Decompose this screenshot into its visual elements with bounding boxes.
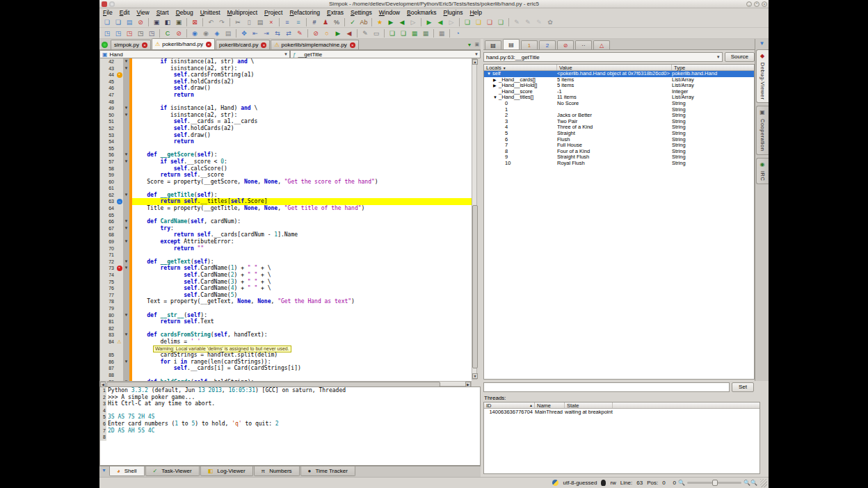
expand-closed-icon[interactable]: ▶ (493, 77, 499, 83)
menu-extras[interactable]: Extras (323, 9, 347, 16)
code-text[interactable]: self.draw() (132, 85, 472, 92)
menu-unittest[interactable]: Unittest (197, 9, 224, 16)
view-profile-4-icon[interactable]: ◳ (136, 29, 146, 38)
fold-open-icon[interactable]: ▼ (123, 238, 129, 245)
zoom-slider-thumb[interactable] (712, 480, 718, 486)
copy-icon[interactable]: ▯ (244, 17, 255, 27)
spell-check-icon[interactable]: Ab (359, 17, 369, 27)
fold-open-icon[interactable]: ▼ (123, 192, 129, 199)
export-3-icon[interactable]: ❏ (485, 17, 495, 27)
debug-project-icon[interactable]: ▤ (223, 29, 234, 38)
code-text[interactable]: delims = ' ' (132, 339, 472, 345)
editor-line-74[interactable]: 74 self.CardName(2) + " " + \ (100, 272, 472, 279)
threads-table-header[interactable]: ID ▲NameState (484, 402, 760, 409)
code-text[interactable]: self.calcScore() (132, 165, 472, 172)
maximize-button[interactable]: ^ (754, 1, 760, 7)
code-text[interactable]: self.CardName(3) + " " + \ (132, 279, 472, 286)
code-text[interactable]: return self.__titles[self.Score] (132, 198, 472, 205)
code-text[interactable]: Score = property(__getScore, None, None,… (132, 179, 472, 186)
code-text[interactable] (132, 325, 472, 332)
export-2-icon[interactable]: ❏ (474, 17, 484, 27)
editor-line-49[interactable]: 49▼ if isinstance(a1, Hand) and \ (100, 105, 472, 112)
editor-line-73[interactable]: 73*▼ return self.CardName(1) + " " + \ (100, 265, 472, 272)
move-instruction-icon[interactable]: ✥ (239, 29, 250, 38)
exceptions-tab[interactable]: △ (593, 40, 610, 49)
fold-open-icon[interactable]: ▼ (123, 105, 129, 112)
delete-icon[interactable]: × (266, 17, 277, 27)
locals-row-4[interactable]: 4Three of a KindString (484, 124, 754, 131)
code-text[interactable] (132, 145, 472, 152)
locals-row-9[interactable]: 9Straight FlushString (484, 154, 754, 161)
menu-plugins[interactable]: Plugins (440, 9, 467, 16)
code-text[interactable]: def __getText(self): (132, 259, 472, 266)
variables-filter-input[interactable] (483, 382, 730, 392)
save-as-icon[interactable]: ◧ (163, 17, 173, 27)
tab-close-icon[interactable]: × (142, 42, 147, 48)
editor-line-63[interactable]: 63→ return self.__titles[self.Score] (100, 198, 472, 205)
code-text[interactable]: self.holdCards(a2) (132, 79, 472, 86)
editor-line-55[interactable]: 55 (100, 145, 472, 152)
syntax-check-icon[interactable]: ✓ (348, 17, 358, 27)
goto-last-edit-icon[interactable]: ♟ (321, 17, 331, 27)
call-stack-tab[interactable]: 1 (521, 40, 538, 49)
code-text[interactable]: if isinstance(a1, str) and \ (132, 58, 472, 65)
editor-line-85[interactable]: 85 cardStrings = handText.split(delim) (100, 352, 472, 359)
code-text[interactable]: def CardName(self, cardNum): (132, 218, 472, 225)
new-file-icon[interactable]: ❏ (102, 17, 113, 27)
thread-row[interactable]: 140063636776704MainThreadwaiting at brea… (484, 409, 760, 415)
code-text[interactable]: return (132, 138, 472, 145)
debug-script-icon[interactable]: ◈ (212, 29, 223, 38)
fold-open-icon[interactable]: ▼ (123, 259, 129, 266)
filter-icon[interactable]: ▼ (102, 468, 106, 473)
zoom-in-icon[interactable]: 🔍 (744, 480, 750, 486)
editor-line-54[interactable]: 54 return (100, 138, 472, 145)
preferences-icon[interactable]: ✿ (545, 17, 556, 27)
shell-line-8[interactable]: 8 (100, 434, 480, 441)
editor-line-84[interactable]: 84⚠ delims = ' ' (100, 339, 472, 345)
view-profile-5-icon[interactable]: ◳ (147, 29, 157, 38)
code-text[interactable] (132, 185, 472, 192)
step-back-icon[interactable]: ◀ (344, 29, 355, 38)
editor-line-69[interactable]: 69▼ except AttributeError: (100, 238, 472, 245)
code-editor[interactable]: 42▼ if isinstance(a1, str) and \43▼ isin… (99, 58, 472, 381)
code-text[interactable] (132, 99, 472, 106)
shell-line-2[interactable]: 2>>> A simple poker game... (100, 394, 480, 401)
code-text[interactable] (132, 305, 472, 312)
debugger-3-icon[interactable]: ▦ (410, 29, 420, 38)
method-combo[interactable]: ƒ __getTitle ▼ (290, 50, 481, 58)
open-file-icon[interactable]: ❏ (113, 17, 124, 27)
editor-line-76[interactable]: 76 self.CardName(4) + " " + \ (100, 285, 472, 292)
editor-line-72[interactable]: 72▼ def __getText(self): (100, 259, 472, 266)
view-profile-2-icon[interactable]: ◳ (113, 29, 124, 38)
column-state[interactable]: State (565, 402, 613, 408)
edit-breakpoint-icon[interactable]: ✎ (295, 29, 305, 38)
export-4-icon[interactable]: ❏ (496, 17, 506, 27)
editor-line-60[interactable]: 60 Score = property(__getScore, None, No… (100, 179, 472, 186)
menu-bookmarks[interactable]: Bookmarks (403, 9, 440, 16)
editor-tab-pokerlib-card-py[interactable]: pokerlib/card.py× (216, 40, 270, 49)
menu-multiproject[interactable]: Multiproject (224, 9, 261, 16)
tab-list-dropdown-icon[interactable]: ▼ (467, 42, 472, 47)
refresh-icon[interactable]: C (163, 29, 173, 38)
editor-hscrollbar[interactable]: ◀ ▶ (99, 381, 472, 387)
locals-row-0[interactable]: 0No ScoreString (484, 101, 754, 107)
shell-line-7[interactable]: 72D AS AH 5S 4C (100, 428, 480, 434)
locals-row-self[interactable]: ▼self<pokerlib.hand.Hand object at 0x7f6… (484, 71, 754, 77)
save-all-icon[interactable]: ▣ (174, 17, 184, 27)
fold-open-icon[interactable]: ▼ (123, 218, 129, 225)
editor-line-50[interactable]: 50▼ isinstance(a2, str): (100, 112, 472, 119)
title-bar[interactable]: Simpok - /home/detlev/Development/Python… (99, 0, 769, 8)
menu-view[interactable]: View (133, 9, 152, 16)
filter-icon[interactable]: ▼ (760, 40, 765, 47)
editor-line-56[interactable]: 56▼ def __getScore(self): (100, 152, 472, 158)
export-1-icon[interactable]: ❏ (463, 17, 473, 27)
shell-line-1[interactable]: 1Python 3.3.2 (default, Jun 13 2013, 16:… (100, 387, 480, 394)
code-text[interactable]: self.__cards[i] = Card(cardStrings[i]) (132, 365, 472, 372)
globals-tab[interactable]: ▤ (485, 40, 501, 49)
editor-line-46[interactable]: 46 self.draw() (100, 85, 472, 92)
editor-line-64[interactable]: 64 Title = property(__getTitle, None, No… (100, 205, 472, 212)
menu-file[interactable]: File (99, 9, 116, 16)
edit-source-icon[interactable]: ✎ (360, 29, 371, 38)
set-button[interactable]: Set (732, 382, 754, 392)
bookmark-prev-icon[interactable]: ◀ (397, 17, 408, 27)
